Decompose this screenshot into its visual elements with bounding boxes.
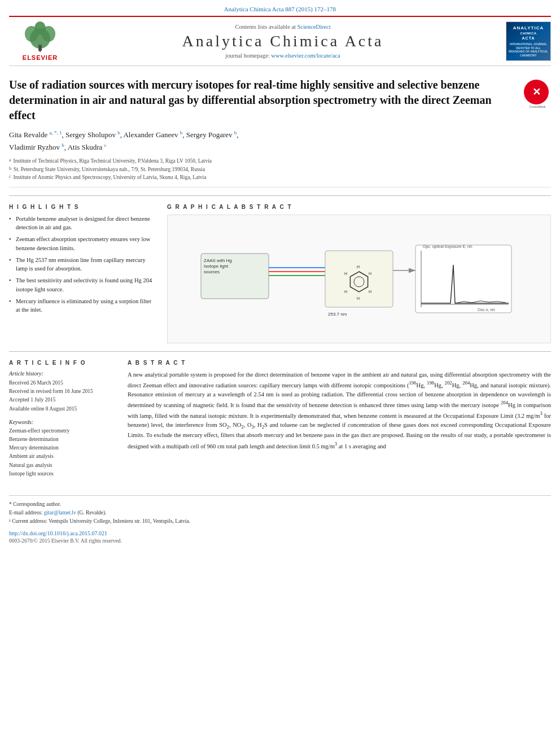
svg-text:253.7 nm: 253.7 nm <box>328 312 347 317</box>
corresponding-note: * Corresponding author. <box>9 500 551 509</box>
email-label: E-mail address: <box>9 510 42 516</box>
accepted-date: Accepted 1 July 2015 <box>9 396 116 404</box>
elsevier-tree-icon <box>15 21 65 53</box>
authors-line: Gita Revalde a, *, 1, Sergey Sholupov b,… <box>9 129 551 154</box>
aca-logo-box: ANALYTICA CHIMICA ACTA INTERNATIONAL JOU… <box>506 21 551 61</box>
keyword-2: Benzene determination <box>9 435 116 444</box>
svg-text:H: H <box>344 272 347 276</box>
keyword-1: Zeeman-effect spectrometry <box>9 427 116 435</box>
affiliation-c: c Institute of Atomic Physics and Spectr… <box>9 173 551 181</box>
svg-text:Opc. optical Exposure E, rel.: Opc. optical Exposure E, rel. <box>423 244 473 249</box>
contents-line: Contents lists available at ScienceDirec… <box>71 24 495 30</box>
affil-a-text: Institute of Technical Physics, Riga Tec… <box>14 157 212 165</box>
highlights-list: Portable benzene analyser is designed fo… <box>9 215 156 314</box>
svg-text:H: H <box>344 290 347 294</box>
graphical-abstract-label: G R A P H I C A L A B S T R A C T <box>167 204 551 210</box>
history-title: Article history: <box>9 370 116 377</box>
crossmark-circle[interactable]: ✕ <box>524 80 549 104</box>
journal-name-heading: Analytica Chimica Acta <box>71 32 495 50</box>
journal-logo-right: ANALYTICA CHIMICA ACTA INTERNATIONAL JOU… <box>495 21 551 61</box>
affiliations: a Institute of Technical Physics, Riga T… <box>9 157 551 181</box>
svg-rect-25 <box>415 245 511 313</box>
abstract-diagram-svg: ZAAS with Hg Isotope light sources <box>172 220 546 338</box>
title-section: Use of radiation sources with mercury is… <box>9 68 551 187</box>
keyword-4: Ambient air analysis <box>9 452 116 461</box>
graphical-abstract-column: G R A P H I C A L A B S T R A C T ZAAS w… <box>167 204 551 343</box>
highlight-item-4: The best sensitivity and selectivity is … <box>9 276 156 293</box>
revised-date: Received in revised form 16 June 2015 <box>9 387 116 396</box>
elsevier-brand: ELSEVIER <box>23 54 58 61</box>
svg-point-5 <box>38 45 42 49</box>
highlights-label: H I G H L I G H T S <box>9 204 156 210</box>
available-date: Available online 8 August 2015 <box>9 405 116 413</box>
email-link[interactable]: gitar@latnet.lv <box>44 510 76 516</box>
footer-section: * Corresponding author. E-mail address: … <box>9 495 551 544</box>
keyword-6: Isotope light sources <box>9 470 116 478</box>
graphical-abstract-content: ZAAS with Hg Isotope light sources <box>172 220 546 338</box>
abstract-column: A B S T R A C T A new analytical portabl… <box>128 360 551 478</box>
contents-text: Contents lists available at <box>235 24 296 30</box>
highlight-item-5: Mercury influence is eliminated by using… <box>9 297 156 314</box>
crossmark-badge[interactable]: ✕ CrossMark <box>524 80 551 107</box>
highlight-item-2: Zeeman effect absorption spectrometry en… <box>9 235 156 252</box>
doi-link[interactable]: http://dx.doi.org/10.1016/j.aca.2015.07.… <box>9 530 107 536</box>
highlights-graphical-section: H I G H L I G H T S Portable benzene ana… <box>9 195 551 343</box>
footer-doi[interactable]: http://dx.doi.org/10.1016/j.aca.2015.07.… <box>9 530 551 536</box>
journal-center: Contents lists available at ScienceDirec… <box>71 24 495 59</box>
graphical-abstract-box: ZAAS with Hg Isotope light sources <box>167 215 551 343</box>
copyright-text: 0003-2670/© 2015 Elsevier B.V. All right… <box>9 538 551 544</box>
svg-text:Osc.n, rel.: Osc.n, rel. <box>478 308 496 312</box>
svg-text:H: H <box>369 290 371 294</box>
footer-notes: * Corresponding author. E-mail address: … <box>9 500 551 526</box>
keywords-section: Keywords: Zeeman-effect spectrometry Ben… <box>9 419 116 478</box>
received-date: Received 26 March 2015 <box>9 379 116 387</box>
article-info-label: A R T I C L E I N F O <box>9 360 116 366</box>
highlights-column: H I G H L I G H T S Portable benzene ana… <box>9 204 156 343</box>
elsevier-logo: ELSEVIER <box>9 21 71 61</box>
affil-c-text: Institute of Atomic Physics and Spectros… <box>14 173 207 181</box>
svg-text:sources: sources <box>204 269 220 274</box>
svg-text:H: H <box>357 296 360 300</box>
journal-header: ELSEVIER Contents lists available at Sci… <box>9 16 551 66</box>
svg-point-4 <box>34 21 46 35</box>
homepage-text: journal homepage: <box>225 53 269 59</box>
svg-text:H: H <box>369 272 371 276</box>
citation-text: Analytica Chimica Acta 887 (2015) 172–17… <box>224 6 336 12</box>
keywords-title: Keywords: <box>9 419 116 425</box>
svg-text:H: H <box>357 265 360 269</box>
keyword-3: Mercury determination <box>9 444 116 452</box>
highlight-item-3: The Hg 2537 nm emission line from capill… <box>9 256 156 273</box>
homepage-link[interactable]: www.elsevier.com/locate/aca <box>271 53 340 59</box>
article-info-abstract-section: A R T I C L E I N F O Article history: R… <box>9 351 551 478</box>
svg-text:Isotope light: Isotope light <box>204 264 229 269</box>
keyword-5: Natural gas analysis <box>9 461 116 470</box>
abstract-label: A B S T R A C T <box>128 360 551 366</box>
svg-text:ZAAS with Hg: ZAAS with Hg <box>204 258 232 263</box>
email-person: (G. Revalde). <box>77 510 106 516</box>
article-title: Use of radiation sources with mercury is… <box>9 77 517 123</box>
journal-homepage: journal homepage: www.elsevier.com/locat… <box>71 53 495 59</box>
article-info-column: A R T I C L E I N F O Article history: R… <box>9 360 116 478</box>
sciencedirect-link[interactable]: ScienceDirect <box>298 24 331 30</box>
journal-citation: Analytica Chimica Acta 887 (2015) 172–17… <box>9 6 551 12</box>
affil-b-text: St. Petersburg State University, Univers… <box>14 165 205 173</box>
title-crossmark-row: Use of radiation sources with mercury is… <box>9 77 551 123</box>
footnote-1: ¹ Current address: Ventspils University … <box>9 517 551 526</box>
affiliation-a: a Institute of Technical Physics, Riga T… <box>9 157 551 165</box>
highlight-item-1: Portable benzene analyser is designed fo… <box>9 215 156 231</box>
article-history: Article history: Received 26 March 2015 … <box>9 370 116 413</box>
affiliation-b: b St. Petersburg State University, Unive… <box>9 165 551 173</box>
email-line: E-mail address: gitar@latnet.lv (G. Reva… <box>9 509 551 517</box>
abstract-text: A new analytical portable system is prop… <box>128 370 551 451</box>
